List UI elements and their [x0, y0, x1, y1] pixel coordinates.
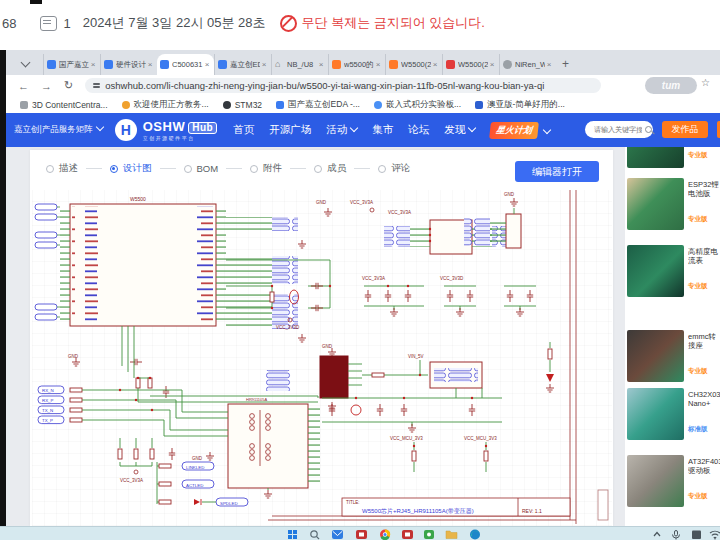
browser-tab[interactable]: NiRen_W ×: [499, 54, 556, 75]
bookmark-favicon: [276, 101, 284, 109]
tab-close-icon[interactable]: ×: [374, 61, 382, 69]
tray-expand-icon[interactable]: [654, 533, 660, 537]
net-rxn: RX_N: [42, 388, 54, 393]
schematic-canvas[interactable]: TITLE: W5500芯片+RJ45_HR911105A(带变压器) REV:…: [32, 190, 612, 526]
atk-tool-icon-2[interactable]: [402, 530, 413, 539]
browser-tab[interactable]: 国产嘉立创E ×: [43, 54, 100, 75]
bookmark-item[interactable]: 嵌入式积分实验板...: [374, 99, 461, 111]
browser-tab[interactable]: W5500(2) ×: [442, 54, 499, 75]
product-thumbnail[interactable]: [627, 245, 684, 297]
tab-members[interactable]: 成员: [314, 162, 346, 175]
file-explorer-icon[interactable]: [446, 531, 457, 539]
tab-close-icon[interactable]: ×: [203, 61, 211, 69]
net-vcc3v3a: VCC_3V3A: [350, 200, 373, 205]
open-in-editor-button[interactable]: 编辑器打开: [515, 161, 599, 182]
browser-tab[interactable]: ⌂ NB_/U8 ×: [271, 54, 328, 75]
forward-button[interactable]: →: [41, 80, 52, 92]
mcu-power-feed: VCC_MCU_3V3 VCC_MCU_3V3: [390, 436, 497, 472]
bookmark-item[interactable]: 澳亚版-简单好用的...: [475, 99, 565, 111]
tab-close-icon[interactable]: ×: [488, 61, 496, 69]
net-txp: TX_P: [42, 418, 53, 423]
net-vcc3v3d: VCC_3V3D: [276, 325, 300, 330]
taskbar-search-icon[interactable]: [311, 531, 319, 539]
back-button[interactable]: ←: [18, 80, 29, 92]
product-title: AT32F403驱动板: [688, 457, 720, 475]
browser-tab[interactable]: w5500的 ×: [328, 54, 385, 75]
nav-label: 发现: [444, 123, 465, 135]
bookmark-item[interactable]: 欢迎使用正方教务...: [122, 99, 209, 111]
site-info-icon[interactable]: [93, 82, 100, 89]
product-thumbnail[interactable]: [627, 455, 684, 507]
logo-subtitle: 立创开源硬件平台: [143, 136, 217, 141]
nav-label: 开源广场: [269, 123, 311, 135]
net-gnd: GND: [316, 200, 327, 205]
product-thumbnail[interactable]: [627, 178, 684, 230]
product-thumbnail[interactable]: [627, 330, 684, 382]
product-title: emmc转接座（4bit）: [688, 332, 720, 351]
header-search-box[interactable]: [585, 121, 653, 138]
nav-item-forum[interactable]: 论坛: [408, 123, 429, 137]
net-vcc3v3a: VCC_3V3A: [388, 210, 411, 215]
ime-indicator-icon[interactable]: [692, 531, 701, 540]
tab-search-chevron-icon[interactable]: [21, 58, 31, 68]
nav-item-discover[interactable]: 发现: [444, 123, 475, 137]
search-input[interactable]: [592, 125, 644, 134]
tab-close-icon[interactable]: ×: [89, 61, 97, 69]
browser-tab[interactable]: 硬件设计 ×: [100, 54, 157, 75]
publish-work-button[interactable]: 发作品: [662, 121, 708, 138]
tab-close-icon[interactable]: ×: [317, 61, 325, 69]
product-thumbnail[interactable]: [627, 388, 684, 440]
tab-close-icon[interactable]: ×: [146, 61, 154, 69]
radio-icon: [110, 165, 118, 173]
reload-button[interactable]: ↻: [64, 79, 73, 92]
tab-attachments[interactable]: 附件: [250, 162, 282, 175]
tab-label: BOM: [197, 163, 219, 174]
new-tab-button[interactable]: +: [562, 57, 569, 71]
bookmark-item[interactable]: STM32: [223, 100, 262, 110]
radio-icon: [314, 165, 322, 173]
nav-item-square[interactable]: 开源广场: [269, 123, 311, 137]
project-tab-row: 描述 设计图 BOM 附件 成员 评论: [46, 162, 410, 175]
microphone-icon[interactable]: [673, 531, 680, 540]
nav-item-market[interactable]: 集市: [372, 123, 393, 137]
bookmark-favicon: [475, 101, 483, 109]
tab-title: W5500(2): [401, 60, 431, 69]
start-button-icon[interactable]: [288, 530, 297, 539]
nav-item-home[interactable]: 首页: [233, 123, 254, 137]
tab-bom[interactable]: BOM: [184, 163, 219, 174]
bookmark-item[interactable]: 3D ContentCentra...: [20, 100, 108, 110]
oshwhub-logo-text[interactable]: OSHWHub 立创开源硬件平台: [143, 120, 217, 141]
product-thumbnail[interactable]: [627, 147, 684, 168]
wifi-icon[interactable]: [710, 531, 720, 539]
nav-item-activity[interactable]: 活动: [326, 123, 357, 137]
oshwhub-logo-icon[interactable]: H: [115, 119, 137, 141]
edge-icon[interactable]: [470, 530, 480, 540]
oshwhub-header: 嘉立创|产品服务矩阵 H OSHWHub 立创开源硬件平台 首页 开源广场 活动…: [6, 113, 720, 147]
browser-tab[interactable]: 嘉立创EDA ×: [214, 54, 271, 75]
project-viewer-card: 描述 设计图 BOM 附件 成员 评论 编辑器打开: [30, 150, 613, 526]
tab-close-icon[interactable]: ×: [260, 61, 268, 69]
chrome-icon[interactable]: [380, 529, 390, 540]
spark-plan-badge[interactable]: 星火计划: [489, 122, 539, 139]
tab-design[interactable]: 设计图: [110, 162, 152, 175]
services-dropdown[interactable]: 嘉立创|产品服务矩阵: [14, 124, 103, 136]
sheet-title: W5500芯片+RJ45_HR911105A(带变压器): [362, 507, 474, 515]
bookmark-item[interactable]: 国产嘉立创EDA -...: [276, 99, 360, 111]
tab-comments[interactable]: 评论: [378, 162, 410, 175]
address-bar[interactable]: oshwhub.com/li-chuang-zhi-neng-ying-jian…: [85, 78, 601, 93]
tab-description[interactable]: 描述: [46, 162, 78, 175]
green-app-icon[interactable]: [424, 530, 434, 539]
bookmark-star-icon[interactable]: ☆: [701, 77, 710, 88]
tab-close-icon[interactable]: ×: [431, 61, 439, 69]
no-copy-icon: [280, 15, 297, 32]
atk-tool-icon[interactable]: [356, 530, 367, 539]
tab-close-icon[interactable]: ×: [545, 61, 553, 69]
browser-tab[interactable]: W5500(2) ×: [385, 54, 442, 75]
browser-tab-active[interactable]: C500631 | ×: [157, 54, 214, 75]
nav-label: 活动: [326, 123, 347, 135]
tab-title: C500631 |: [172, 60, 203, 69]
tab-favicon: [47, 60, 56, 69]
search-icon[interactable]: [645, 126, 652, 133]
mail-app-icon[interactable]: [332, 530, 343, 539]
overlay-timestamp: 2024년 7월 3일 22시 05분 28초: [83, 14, 266, 32]
